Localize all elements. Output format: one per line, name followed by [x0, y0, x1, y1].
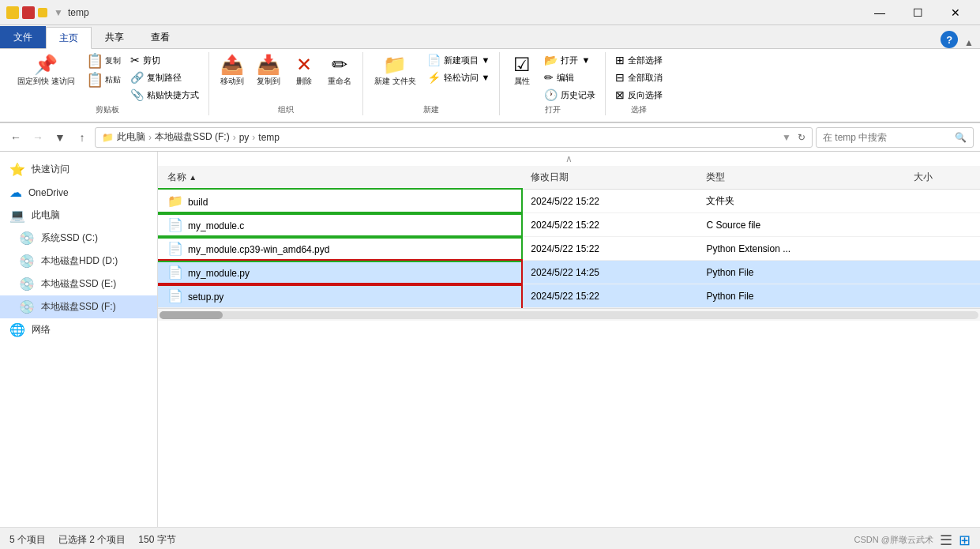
sep2: › — [233, 132, 236, 143]
search-icon[interactable]: 🔍 — [955, 132, 967, 143]
maximize-button[interactable]: ☐ — [899, 0, 936, 25]
easy-access-button[interactable]: ⚡ 轻松访问 ▼ — [424, 70, 494, 85]
easy-access-icon: ⚡ — [427, 71, 441, 84]
tab-home[interactable]: 主页 — [46, 27, 92, 49]
recent-button[interactable]: ▼ — [51, 128, 69, 147]
d-drive-icon: 💿 — [19, 254, 35, 269]
table-row[interactable]: 📄setup.py2024/5/22 15:22Python File — [158, 284, 980, 308]
sidebar-label-f-drive: 本地磁盘SSD (F:) — [41, 300, 116, 314]
new-item-button[interactable]: 📄 新建项目 ▼ — [424, 52, 494, 68]
tab-file[interactable]: 文件 — [0, 26, 46, 48]
sep3: › — [252, 132, 255, 143]
breadcrumb-computer[interactable]: 此电脑 — [117, 130, 145, 144]
edit-button[interactable]: ✏ 编辑 — [541, 70, 599, 85]
sidebar-item-quick-access[interactable]: ⭐ 快速访问 — [0, 158, 157, 181]
file-date-cell: 2024/5/22 15:22 — [521, 284, 697, 308]
file-name: my_module.py — [188, 268, 250, 279]
breadcrumb-py[interactable]: py — [239, 132, 250, 143]
history-button[interactable]: 🕐 历史记录 — [541, 87, 599, 103]
delete-label: 删除 — [296, 76, 312, 87]
col-type[interactable]: 类型 — [697, 166, 903, 190]
copy-path-button[interactable]: 🔗 复制路径 — [127, 70, 202, 85]
view-icon-details[interactable]: ☰ — [940, 532, 952, 549]
paste-button[interactable]: 📋 粘贴 — [83, 71, 124, 88]
collapse-arrow[interactable]: ∧ — [158, 152, 980, 166]
table-row[interactable]: 📄my_module.py2024/5/22 14:25Python File — [158, 261, 980, 284]
title-bar-controls: — ☐ ✕ — [862, 0, 974, 25]
cut-button[interactable]: ✂ 剪切 — [127, 52, 202, 68]
sidebar-item-network[interactable]: 🌐 网络 — [0, 318, 157, 341]
address-bar[interactable]: 📁 此电脑 › 本地磁盘SSD (F:) › py › temp ▼ ↻ — [95, 127, 813, 148]
invert-button[interactable]: ⊠ 反向选择 — [612, 87, 666, 103]
cut-col: ✂ 剪切 🔗 复制路径 📎 粘贴快捷方式 — [127, 52, 202, 103]
search-input[interactable] — [823, 132, 952, 143]
sidebar-item-c-drive[interactable]: 💿 系统SSD (C:) — [0, 227, 157, 250]
table-row[interactable]: 📄my_module.c2024/5/22 15:22C Source file — [158, 213, 980, 237]
tab-share[interactable]: 共享 — [92, 26, 137, 48]
rename-button[interactable]: ✏ 重命名 — [323, 52, 356, 90]
sidebar-item-e-drive[interactable]: 💿 本地磁盘SSD (E:) — [0, 273, 157, 295]
table-row[interactable]: 📁build2024/5/22 15:22文件夹 — [158, 190, 980, 213]
pin-button[interactable]: 📌 固定到快 速访问 — [13, 52, 80, 90]
new-folder-label: 新建 文件夹 — [374, 76, 416, 87]
paste-shortcut-icon: 📎 — [130, 88, 144, 101]
status-size: 150 字节 — [138, 533, 175, 547]
tab-view[interactable]: 查看 — [137, 26, 183, 48]
file-type-cell: Python File — [697, 261, 903, 284]
sidebar-item-d-drive[interactable]: 💿 本地磁盘HDD (D:) — [0, 250, 157, 273]
ribbon-group-select: ⊞ 全部选择 ⊟ 全部取消 ⊠ 反向选择 选择 — [606, 52, 672, 115]
invert-label: 反向选择 — [628, 89, 663, 101]
sidebar: ⭐ 快速访问 ☁ OneDrive 💻 此电脑 💿 系统SSD (C:) 💿 本… — [0, 152, 158, 527]
file-name-cell: 📄my_module.py — [158, 261, 521, 284]
view-icon-tiles[interactable]: ⊞ — [959, 532, 971, 549]
status-selected: 已选择 2 个项目 — [58, 533, 126, 547]
sidebar-label-e-drive: 本地磁盘SSD (E:) — [41, 277, 116, 291]
back-button[interactable]: ← — [6, 128, 25, 147]
up-button[interactable]: ↑ — [73, 128, 92, 147]
ribbon-toolbar: 📌 固定到快 速访问 📋 复制 📋 粘贴 ✂ 剪切 — [0, 49, 980, 123]
file-date-cell: 2024/5/22 14:25 — [521, 261, 697, 284]
scroll-track[interactable] — [160, 311, 978, 319]
horizontal-scrollbar[interactable] — [158, 308, 980, 321]
status-right: CSDN @胖墩云武术 ☰ ⊞ — [854, 532, 971, 549]
move-to-button[interactable]: 📤 移动到 — [216, 52, 249, 90]
address-chevron[interactable]: ▼ — [782, 132, 791, 143]
open-button[interactable]: 📂 打开 ▼ — [541, 52, 599, 68]
copy-to-button[interactable]: 📥 复制到 — [252, 52, 285, 90]
copy-path-icon: 🔗 — [130, 71, 144, 84]
title-icon-red — [22, 6, 35, 19]
delete-button[interactable]: ✕ 删除 — [288, 52, 320, 90]
sidebar-item-onedrive[interactable]: ☁ OneDrive — [0, 181, 157, 204]
forward-button[interactable]: → — [28, 128, 47, 147]
col-size[interactable]: 大小 — [904, 166, 980, 190]
sidebar-item-f-drive[interactable]: 💿 本地磁盘SSD (F:) — [0, 295, 157, 318]
help-button[interactable]: ? — [941, 31, 958, 48]
copy-button[interactable]: 📋 复制 — [83, 52, 124, 70]
select-none-button[interactable]: ⊟ 全部取消 — [612, 70, 666, 85]
paste-shortcut-button[interactable]: 📎 粘贴快捷方式 — [127, 87, 202, 103]
minimize-button[interactable]: — — [862, 0, 898, 25]
rename-label: 重命名 — [328, 76, 351, 87]
col-name[interactable]: 名称 ▲ — [158, 166, 521, 190]
refresh-icon[interactable]: ↻ — [798, 132, 805, 143]
ribbon-collapse[interactable]: ▲ — [958, 37, 980, 48]
table-row[interactable]: 📄my_module.cp39-win_amd64.pyd2024/5/22 1… — [158, 237, 980, 261]
sidebar-label-d-drive: 本地磁盘HDD (D:) — [41, 254, 118, 268]
sidebar-label-this-pc: 此电脑 — [32, 209, 60, 222]
breadcrumb-drive[interactable]: 本地磁盘SSD (F:) — [155, 130, 230, 144]
status-total: 5 个项目 — [9, 533, 46, 547]
sidebar-item-this-pc[interactable]: 💻 此电脑 — [0, 204, 157, 227]
clipboard-label: 剪贴板 — [13, 104, 202, 115]
file-icon: 📄 — [167, 265, 183, 279]
col-date[interactable]: 修改日期 — [521, 166, 697, 190]
close-button[interactable]: ✕ — [937, 0, 974, 25]
history-label: 历史记录 — [561, 89, 595, 101]
new-folder-button[interactable]: 📁 新建 文件夹 — [370, 52, 421, 90]
scroll-thumb[interactable] — [160, 311, 223, 319]
search-bar[interactable]: 🔍 — [816, 127, 974, 148]
properties-button[interactable]: ☑ 属性 — [506, 52, 538, 90]
breadcrumb-temp[interactable]: temp — [258, 132, 280, 143]
select-all-button[interactable]: ⊞ 全部选择 — [612, 52, 666, 68]
file-icon: 📄 — [167, 242, 183, 255]
title-separator: ▼ — [54, 7, 63, 18]
